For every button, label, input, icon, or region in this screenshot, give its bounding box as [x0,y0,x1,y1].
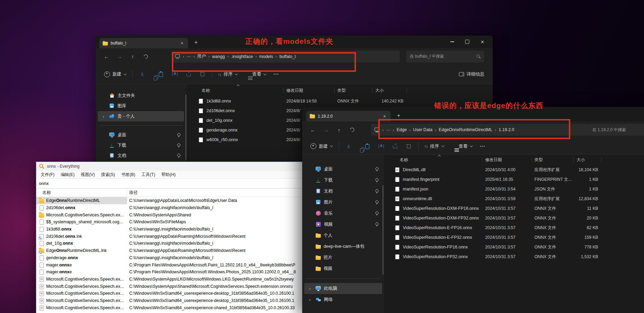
cut-button[interactable] [135,68,149,80]
menu-item[interactable]: 工具(T) [138,172,158,178]
search-box[interactable]: 在 buffalo_l 中搜索 [406,51,484,62]
copy-button[interactable] [149,72,154,77]
result-row[interactable]: EdgeOnnxRuntimeDirectML C:\Users\wangg\A… [36,197,304,204]
window-controls [444,36,490,47]
delete-button[interactable] [402,140,416,152]
result-row[interactable]: det_10g.onnx C:\Users\wangg\.insightface… [36,240,304,247]
sidebar-item[interactable]: 网络 [304,294,382,305]
result-row[interactable]: Microsoft.CognitiveServices.Speech.ex...… [36,276,304,283]
sidebar-item[interactable]: 主文件夹 [98,90,184,101]
back-button[interactable] [306,127,319,133]
sidebar-item[interactable]: 桌面 [98,130,184,140]
close-button[interactable] [475,36,490,47]
new-button[interactable]: 新建 [308,140,336,152]
maximize-button[interactable] [460,36,475,47]
refresh-button[interactable] [346,127,359,133]
share-button[interactable] [388,140,402,152]
column-header-name[interactable]: 名称 [36,188,127,197]
sidebar-scrollbar[interactable] [382,185,384,275]
rename-button[interactable] [374,140,388,152]
result-row[interactable]: Microsoft.CognitiveServices.Speech.ex...… [36,290,304,297]
menu-item[interactable]: 编辑(E) [58,172,78,178]
sidebar-item[interactable]: 视频 [304,219,382,230]
sidebar-item[interactable]: 视频 [304,263,382,274]
sort-button[interactable]: 排序 [421,140,447,152]
new-button[interactable]: 新建 [101,68,130,80]
cut-button[interactable] [342,140,356,152]
file-row[interactable]: VideoSuperResolution-FP32.onnx 2024/10/3… [388,252,644,262]
column-header-date[interactable]: 修改日期 [482,157,532,163]
details-pane-button[interactable]: 详细信息 [456,68,487,80]
sidebar-item[interactable]: 下载 [304,175,382,186]
paste-button[interactable] [360,140,374,152]
new-tab-button[interactable] [396,113,402,119]
column-header-size[interactable]: 大小 [372,88,407,93]
result-row[interactable]: mager.onnxe C:\Program Files\WindowsApps… [36,268,304,276]
up-button[interactable] [333,127,346,133]
copy-button[interactable] [356,144,360,149]
result-row[interactable]: 2d106det.onnx.lnk C:\Users\wangg\AppData… [36,233,304,240]
up-button[interactable] [126,53,139,59]
sidebar-item[interactable]: 个人 [304,230,382,241]
sidebar-item[interactable]: 图片 [304,197,382,208]
sidebar-item[interactable]: 图库 [98,101,184,111]
forward-button[interactable] [319,127,333,133]
search-input[interactable] [36,179,304,188]
column-header-name[interactable]: 名称 [196,88,284,93]
back-button[interactable] [100,53,113,59]
menu-item[interactable]: 帮助(H) [158,172,178,178]
file-row[interactable]: manifest.fingerprint 2025/4/1 16:35 FING… [388,175,644,184]
column-header-path[interactable]: 路径 [127,190,304,196]
sidebar-item[interactable]: 下载 [98,140,184,150]
column-header-type[interactable]: 类型 [335,88,372,93]
sidebar-item[interactable]: 照片 [304,252,382,263]
result-row[interactable]: genderage.onnx C:\Users\wangg\.insightfa… [36,254,304,262]
sidebar-item[interactable]: 此电脑 [304,283,382,294]
column-header-date[interactable]: 修改日期 [284,88,335,93]
close-tab-icon[interactable] [179,40,185,46]
column-header-type[interactable]: 类型 [532,157,574,163]
file-row[interactable]: VideoSuperResolution-E-FP32.onnx 2024/10… [388,233,644,242]
search-box[interactable]: 在 1.19.2.0 中搜索 [589,124,644,136]
result-row[interactable]: Microsoft.CognitiveServices.Speech.ex...… [36,283,304,290]
sidebar-item[interactable]: 贵 - 个人 [98,111,184,121]
result-row[interactable]: 1k3d68.onnx C:\Users\wangg\.insightface\… [36,226,304,233]
sidebar-item[interactable]: 桌面 [304,164,382,175]
sidebar-item[interactable]: deep-live-cam—体包 [304,241,382,252]
file-row[interactable]: VideoSuperResolution-DXM-FP16.onnx 2024/… [388,204,644,213]
result-row[interactable]: EdgeOnnxRuntimeDirectML.lnk C:\Users\wan… [36,247,304,254]
paste-button[interactable] [154,68,168,80]
tab-buffalo-l[interactable]: buffalo_l [99,38,188,48]
file-row[interactable]: VideoSuperResolution-FP16.onnx 2024/10/3… [388,242,644,252]
column-header-name[interactable]: 名称 [388,157,482,163]
file-row[interactable]: DirectML.dll 2024/10/31 4:00 应用程序扩展 18,1… [388,165,644,175]
file-row[interactable]: VideoSuperResolution-E-FP16.onnx 2024/10… [388,223,644,233]
menu-item[interactable]: 书签(B) [118,172,139,178]
result-row[interactable]: $$_systemapps_shared_microsoft.cog... C:… [36,218,304,226]
menu-item[interactable]: 文件(F) [38,172,58,178]
column-header-size[interactable]: 大小 [574,157,602,163]
sidebar-item[interactable]: 音乐 [304,208,382,219]
forward-button[interactable] [113,53,126,59]
menu-item[interactable]: 视图(V) [78,172,98,178]
new-tab-button[interactable] [193,39,199,46]
result-row[interactable]: Microsoft.CognitiveServices.Speech.ex...… [36,304,304,311]
file-type: JSON 文件 [532,186,574,192]
everything-title-bar[interactable]: onnx - Everything [36,162,304,171]
more-button[interactable] [476,140,490,152]
refresh-button[interactable] [139,54,152,59]
file-row[interactable]: VideoSuperResolution-DXM-FP32.onnx 2024/… [388,213,644,223]
result-row[interactable]: Microsoft.CognitiveServices.Speech.ex...… [36,211,304,218]
sidebar-item[interactable]: 文档 [304,186,382,197]
result-row[interactable]: mager.onnxe C:\Program Files\WindowsApps… [36,261,304,268]
file-row[interactable]: onnxruntime.dll 2024/10/31 3:59 应用程序扩展 1… [388,194,644,204]
minimize-button[interactable] [444,36,460,47]
sidebar-item[interactable]: 文档 [98,150,184,161]
menu-item[interactable]: 搜索(S) [98,172,118,178]
close-tab-icon[interactable] [382,114,387,119]
result-row[interactable]: Microsoft.CognitiveServices.Speech.ex...… [36,297,304,304]
file-row[interactable]: manifest.json 2024/10/31 3:54 JSON 文件 1 … [388,184,644,194]
sidebar-scrollbar[interactable] [185,95,186,160]
result-row[interactable]: 2d106det.onnx C:\Users\wangg\.insightfac… [36,204,304,212]
view-button[interactable]: 查看 [447,140,476,152]
